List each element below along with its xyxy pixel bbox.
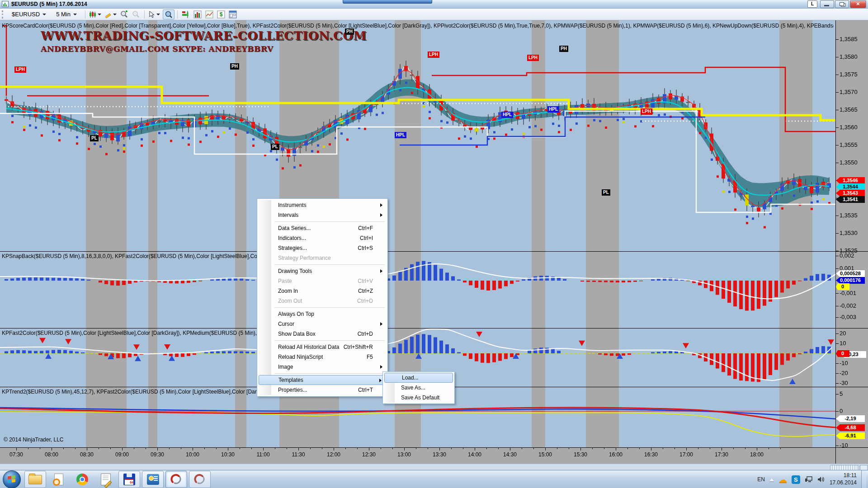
taskbar-search-button[interactable] bbox=[48, 471, 70, 488]
chart-toolbar: $EURUSD 5 Min bbox=[0, 9, 868, 20]
submenu-item-label: Save As Default bbox=[401, 393, 439, 403]
minimize-button[interactable] bbox=[820, 0, 834, 8]
taskbar-explorer-button[interactable] bbox=[24, 471, 46, 488]
clock-time: 18:11 bbox=[844, 472, 857, 479]
chart-canvas[interactable] bbox=[0, 0, 868, 488]
zoom-out-button[interactable] bbox=[131, 10, 142, 19]
menu-item-label: Zoom Out bbox=[278, 296, 302, 306]
link-button[interactable]: L bbox=[807, 0, 817, 8]
menu-item-strategies[interactable]: Strategies...Ctrl+S bbox=[258, 243, 387, 253]
menu-item-shortcut: Ctrl+Shift+R bbox=[344, 342, 373, 352]
taskbar-save-tool-button[interactable] bbox=[118, 471, 140, 488]
menu-item-cursor[interactable]: Cursor bbox=[258, 319, 387, 329]
menu-item-drawing-tools[interactable]: Drawing Tools bbox=[258, 266, 387, 276]
menu-item-templates[interactable]: Templates bbox=[259, 375, 386, 385]
price-axis-label: -0,003 bbox=[840, 314, 856, 320]
submenu-arrow-icon bbox=[380, 322, 382, 326]
price-axis-label: -10 bbox=[840, 360, 848, 366]
menu-item-reload-all-historical-data[interactable]: Reload All Historical DataCtrl+Shift+R bbox=[258, 342, 387, 352]
interval-dropdown[interactable]: 5 Min bbox=[52, 9, 81, 19]
horizontal-scrollbar[interactable] bbox=[0, 464, 868, 470]
menu-item-label: Reload NinjaScript bbox=[278, 352, 323, 362]
price-axis-label: 1,3555 bbox=[840, 141, 858, 148]
tray-expand-icon[interactable] bbox=[769, 478, 774, 481]
menu-item-show-data-box[interactable]: Show Data BoxCtrl+D bbox=[258, 329, 387, 339]
chevron-down-icon bbox=[73, 14, 77, 15]
menu-item-intervals[interactable]: Intervals bbox=[258, 210, 387, 220]
skype-tray-icon[interactable]: S bbox=[792, 475, 800, 484]
show-desktop-button[interactable] bbox=[861, 470, 866, 488]
price-axis-label: -0,002 bbox=[840, 302, 856, 309]
menu-item-properties[interactable]: Properties...Ctrl+T bbox=[258, 385, 387, 395]
time-axis-label: 10:30 bbox=[221, 451, 235, 458]
templates-submenu: Load...Save As...Save As Default bbox=[382, 371, 455, 404]
zoom-in-button[interactable] bbox=[119, 10, 130, 19]
chart-label-chip-ph: PH bbox=[559, 46, 568, 52]
time-axis-label: 08:30 bbox=[80, 451, 94, 458]
chart-context-menu: InstrumentsIntervalsData Series...Ctrl+F… bbox=[257, 198, 388, 397]
chart-style-button[interactable] bbox=[88, 10, 103, 19]
menu-item-label: Image bbox=[278, 362, 293, 372]
menu-item-label: Show Data Box bbox=[278, 329, 316, 339]
close-button[interactable]: ✕ bbox=[850, 0, 866, 8]
submenu-item-load[interactable]: Load... bbox=[384, 373, 453, 383]
account-button[interactable]: $ bbox=[216, 10, 226, 19]
menu-item-reload-ninjascript[interactable]: Reload NinjaScriptF5 bbox=[258, 352, 387, 362]
price-axis-label: -10 bbox=[840, 442, 848, 449]
chart-label-chip-pl: PL bbox=[271, 144, 279, 150]
chart-label-chip-ph: PH bbox=[230, 63, 239, 70]
market-analyzer-button[interactable] bbox=[192, 10, 203, 19]
line-chart-button[interactable] bbox=[204, 10, 215, 19]
taskbar-display-settings-button[interactable] bbox=[142, 471, 164, 488]
menu-item-always-on-top[interactable]: Always On Top bbox=[258, 309, 387, 319]
menu-item-label: Paste bbox=[278, 276, 292, 286]
taskbar-ninjatrader-button[interactable] bbox=[165, 471, 187, 488]
toolbar-grip[interactable] bbox=[2, 10, 5, 19]
submenu-item-save-as-default[interactable]: Save As Default bbox=[384, 393, 453, 403]
restore-button[interactable] bbox=[835, 0, 849, 8]
taskbar-chrome-button[interactable] bbox=[71, 471, 93, 488]
network-tray-icon[interactable] bbox=[805, 476, 813, 483]
background-window-edge bbox=[343, 0, 432, 4]
menu-item-instruments[interactable]: Instruments bbox=[258, 200, 387, 210]
price-axis-label: 1,3585 bbox=[840, 36, 858, 42]
time-axis-label: 17:00 bbox=[679, 451, 693, 458]
chart-trader-button[interactable] bbox=[180, 10, 191, 19]
menu-item-indicators[interactable]: Indicators...Ctrl+I bbox=[258, 233, 387, 243]
time-axis-label: 07:30 bbox=[9, 451, 23, 458]
region-zoom-button[interactable] bbox=[163, 9, 175, 19]
ninjatrader-icon bbox=[170, 474, 182, 485]
menu-item-shortcut: Ctrl+S bbox=[358, 243, 373, 253]
drawing-tools-button[interactable] bbox=[104, 10, 118, 19]
properties-panel-button[interactable] bbox=[227, 10, 238, 19]
window-titlebar[interactable]: $EURUSD (5 Min) 17.06.2014 L ✕ bbox=[0, 0, 868, 9]
cloud-tray-icon[interactable]: ☁ bbox=[778, 475, 787, 484]
menu-item-image[interactable]: Image bbox=[258, 362, 387, 372]
start-button[interactable] bbox=[3, 470, 21, 488]
taskbar-notepad-button[interactable] bbox=[95, 471, 117, 488]
submenu-arrow-icon bbox=[380, 365, 382, 369]
menu-item-zoom-in[interactable]: Zoom InCtrl+Z bbox=[258, 286, 387, 296]
cursor-button[interactable] bbox=[147, 10, 162, 19]
chrome-icon bbox=[76, 474, 88, 485]
menu-item-label: Reload All Historical Data bbox=[278, 342, 339, 352]
price-axis-label: 1,3530 bbox=[840, 230, 858, 236]
time-axis-label: 16:30 bbox=[644, 451, 658, 458]
chart-trader-icon bbox=[182, 10, 190, 19]
language-indicator[interactable]: EN bbox=[757, 476, 765, 483]
price-marker: 0 bbox=[836, 350, 849, 357]
submenu-item-save-as[interactable]: Save As... bbox=[384, 383, 453, 393]
time-axis-label: 12:30 bbox=[362, 451, 376, 458]
dollar-icon: $ bbox=[217, 10, 225, 19]
instrument-dropdown[interactable]: $EURUSD bbox=[8, 9, 50, 19]
time-axis-label: 18:00 bbox=[750, 451, 764, 458]
taskbar-ninjatrader2-button[interactable] bbox=[189, 471, 211, 488]
price-axis-label: 10 bbox=[840, 340, 846, 347]
time-axis-label: 12:00 bbox=[327, 451, 340, 458]
chart-window-icon bbox=[2, 1, 9, 7]
price-axis-label: -30 bbox=[840, 380, 848, 386]
time-axis-label: 15:30 bbox=[574, 451, 587, 458]
taskbar-clock[interactable]: 18:11 17.06.2014 bbox=[830, 472, 857, 486]
volume-tray-icon[interactable] bbox=[817, 476, 825, 483]
menu-item-data-series[interactable]: Data Series...Ctrl+F bbox=[258, 223, 387, 233]
